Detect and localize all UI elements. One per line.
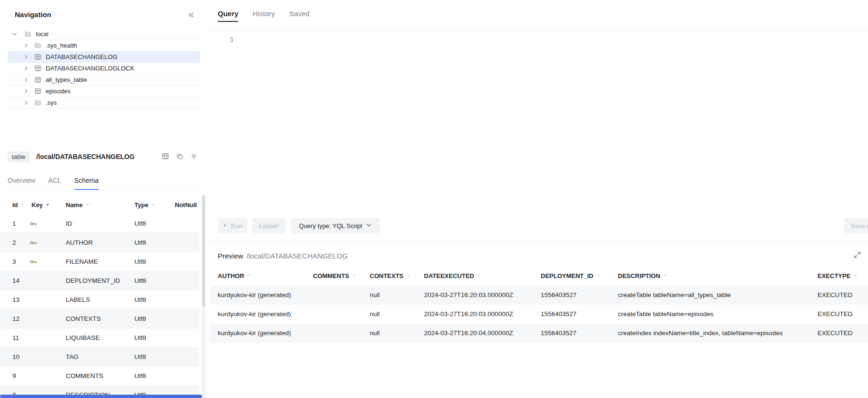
horizontal-scrollbar[interactable] — [0, 395, 202, 398]
scrollbar-thumb[interactable] — [202, 195, 205, 307]
schema-row[interactable]: 11 LIQUIBASE Utf8 — [0, 328, 199, 348]
tree-item-label: .sys_health — [46, 42, 77, 49]
sort-caret-icon — [663, 272, 668, 279]
tree-item-label: episodes — [46, 88, 71, 95]
tree-item-label: .sys — [46, 99, 57, 106]
entity-header: table /local/DATABASECHANGELOG — [8, 149, 200, 165]
explain-button[interactable]: Explain — [252, 218, 285, 233]
open-preview-button[interactable] — [161, 152, 169, 161]
column-header-dateexecuted[interactable]: DATEEXECUTED — [424, 266, 482, 286]
sort-caret-icon — [20, 201, 26, 209]
query-editor[interactable]: 1 — [210, 30, 868, 217]
tree-item-label: DATABASECHANGELOG — [46, 53, 118, 60]
app-root: Navigation local .sys_health DATABASECHA… — [0, 0, 868, 398]
column-header-comments[interactable]: COMMENTS — [313, 266, 357, 286]
schema-row[interactable]: 10 TAG Utf8 — [0, 348, 199, 367]
query-tabs: Query History Saved — [218, 10, 310, 22]
sort-caret-icon — [406, 272, 411, 279]
schema-row[interactable]: 9 COMMENTS Utf8 — [0, 367, 199, 386]
preview-path: /local/DATABASECHANGELOG — [246, 252, 348, 260]
schema-row[interactable]: 12 CONTEXTS Utf8 — [0, 309, 199, 328]
table-icon — [34, 88, 42, 95]
expand-icon — [853, 253, 861, 260]
column-header-author[interactable]: AUTHOR — [218, 266, 252, 286]
navigation-panel: Navigation local .sys_health DATABASECHA… — [0, 0, 208, 398]
column-header-contexts[interactable]: CONTEXTS — [370, 266, 411, 286]
chevron-right-icon[interactable] — [23, 100, 30, 106]
chevron-right-icon[interactable] — [23, 65, 30, 71]
column-header-key[interactable]: Key — [31, 195, 50, 214]
tree-item-sys[interactable]: .sys — [8, 97, 200, 109]
run-button[interactable]: Run — [218, 218, 247, 233]
tree-item-databasechangeloglock[interactable]: DATABASECHANGELOGLOCK — [8, 63, 200, 74]
preview-table-header: AUTHOR COMMENTS CONTEXTS DATEEXECUTED DE… — [210, 266, 868, 286]
preview-row[interactable]: kurdyukov-kir (generated) null 2024-03-2… — [210, 286, 868, 305]
tab-query[interactable]: Query — [218, 10, 238, 22]
sort-desc-icon — [45, 201, 50, 209]
tab-acl[interactable]: ACL — [48, 172, 61, 189]
table-icon — [34, 76, 42, 83]
preview-table: AUTHOR COMMENTS CONTEXTS DATEEXECUTED DE… — [210, 266, 868, 343]
schema-row[interactable]: 1 ID Utf8 — [0, 214, 199, 233]
query-toolbar: Run Explain Query type: YQL Script Save … — [218, 218, 868, 233]
sort-caret-icon — [596, 272, 601, 279]
tab-schema[interactable]: Schema — [74, 172, 99, 189]
table-icon — [34, 53, 42, 60]
column-header-type[interactable]: Type — [134, 195, 156, 214]
chevron-down-icon[interactable] — [11, 31, 18, 37]
schema-row[interactable]: 14 DEPLOYMENT_ID Utf8 — [0, 271, 199, 290]
preview-row[interactable]: kurdyukov-kir (generated) null 2024-03-2… — [210, 305, 868, 324]
key-icon — [30, 258, 37, 267]
play-icon — [222, 222, 228, 229]
schema-row[interactable]: 13 LABELS Utf8 — [0, 290, 199, 309]
column-header-deployment-id[interactable]: DEPLOYMENT_ID — [541, 266, 601, 286]
sort-caret-icon — [853, 272, 858, 279]
query-panel: Query History Saved 1 Run Explain Query … — [210, 0, 868, 398]
tree-item-all-types-table[interactable]: all_types_table — [8, 74, 200, 86]
tree-item-local[interactable]: local — [8, 29, 200, 40]
chevron-down-icon — [366, 222, 372, 229]
chevron-right-icon[interactable] — [23, 54, 30, 60]
copy-path-button[interactable] — [176, 152, 183, 161]
key-icon — [30, 239, 37, 248]
collapse-panel-button[interactable] — [187, 10, 196, 21]
column-header-exectype[interactable]: EXECTYPE — [818, 266, 858, 286]
table-icon — [34, 65, 42, 72]
tree-item-episodes[interactable]: episodes — [8, 86, 200, 97]
navigation-title: Navigation — [15, 10, 51, 19]
schema-table-header: Id Key Name Type NotNull — [0, 195, 199, 214]
chevron-right-icon[interactable] — [23, 42, 30, 49]
query-type-dropdown[interactable]: Query type: YQL Script — [291, 218, 380, 233]
chevron-right-icon[interactable] — [23, 88, 30, 94]
schema-tree: local .sys_health DATABASECHANGELOG DATA… — [8, 29, 200, 109]
column-header-description[interactable]: DESCRIPTION — [618, 266, 668, 286]
chevron-double-left-icon — [188, 13, 195, 20]
sort-caret-icon — [247, 272, 252, 279]
tree-item-label: local — [36, 30, 49, 38]
entity-tabs: Overview ACL Schema — [8, 172, 200, 190]
vertical-scrollbar[interactable] — [202, 195, 205, 398]
sort-caret-icon — [85, 201, 90, 209]
sort-caret-icon — [476, 272, 482, 279]
expand-actions-button[interactable] — [191, 152, 197, 161]
tab-overview[interactable]: Overview — [8, 172, 35, 189]
sort-caret-icon — [151, 201, 156, 209]
tab-history[interactable]: History — [252, 10, 275, 22]
schema-row[interactable]: 2 AUTHOR Utf8 — [0, 233, 199, 252]
entity-path: /local/DATABASECHANGELOG — [36, 153, 134, 160]
column-header-id[interactable]: Id — [12, 195, 26, 214]
column-header-notnull[interactable]: NotNull — [175, 195, 197, 214]
fullscreen-button[interactable] — [853, 251, 861, 260]
chevron-right-icon[interactable] — [23, 77, 30, 83]
tree-item-sys-health[interactable]: .sys_health — [8, 40, 200, 51]
schema-row[interactable]: 3 FILENAME Utf8 — [0, 252, 199, 271]
save-query-button[interactable]: Save query — [844, 218, 868, 233]
entity-type-badge: table — [8, 151, 30, 162]
column-header-name[interactable]: Name — [66, 195, 90, 214]
tree-item-databasechangelog[interactable]: DATABASECHANGELOG — [8, 51, 200, 63]
editor-line-number: 1 — [224, 36, 234, 44]
tree-item-label: all_types_table — [46, 76, 87, 83]
preview-row[interactable]: kurdyukov-kir (generated) null 2024-03-2… — [210, 324, 868, 343]
tab-saved[interactable]: Saved — [289, 10, 310, 22]
schema-table: Id Key Name Type NotNull 1 ID Utf8 2 AUT… — [0, 195, 199, 398]
